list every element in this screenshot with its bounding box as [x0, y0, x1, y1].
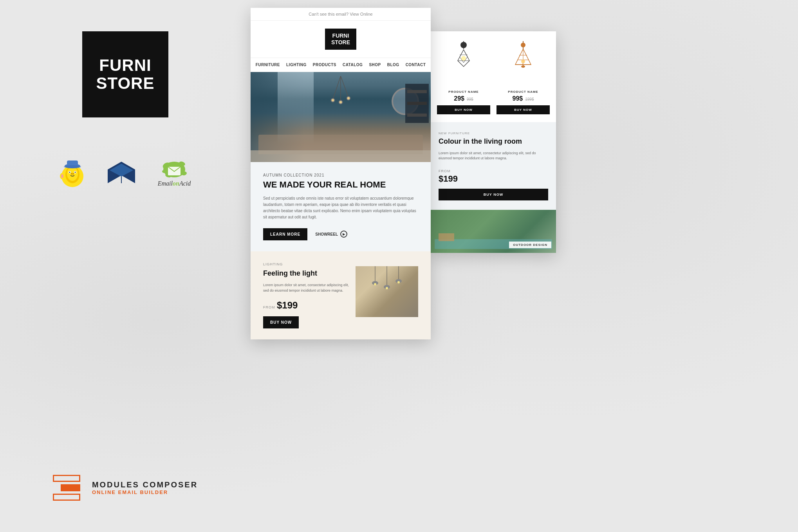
hero-room-image: [251, 72, 431, 162]
product-name-2: PRODUCT NAME: [496, 90, 550, 94]
right-furniture-section: NEW FURNITURE Colour in the living room …: [431, 122, 556, 210]
email-logo-header: FURNI STORE: [251, 21, 431, 58]
product-price-2: 99$: [513, 95, 523, 102]
feature-image: [356, 266, 418, 317]
svg-line-25: [333, 76, 341, 99]
right-outdoor-section: OUTDOOR DESIGN: [431, 210, 556, 253]
brand-logo: FURNI STORE: [82, 31, 168, 117]
right-price: FROM $199: [439, 167, 548, 184]
email-content-section: AUTUMN COLLECTION 2021 WE MADE YOUR REAL…: [251, 162, 431, 251]
feature-price: FROM $199: [263, 300, 349, 311]
svg-point-44: [460, 42, 467, 48]
buy-button-2[interactable]: BUY NOW: [496, 105, 550, 114]
product-old-price-2: 199$: [525, 97, 534, 101]
right-headline: Colour in the living room: [439, 137, 548, 146]
branding-subtitle: ONLINE EMAIL BUILDER: [92, 489, 198, 495]
email-top-bar: Can't see this email? View Online: [251, 8, 431, 21]
nav-lighting[interactable]: LIGHTING: [286, 63, 307, 67]
svg-point-57: [521, 60, 525, 63]
right-new-tag: NEW FURNITURE: [439, 132, 548, 135]
svg-line-27: [341, 76, 348, 97]
bottom-branding: MODULES COMPOSER ONLINE EMAIL BUILDER: [53, 475, 198, 501]
svg-point-11: [61, 174, 63, 178]
outdoor-label: OUTDOOR DESIGN: [509, 242, 551, 248]
nav-contact[interactable]: CONTACT: [406, 63, 426, 67]
content-headline: WE MADE YOUR REAL HOME: [263, 180, 418, 190]
buy-button-1[interactable]: BUY NOW: [437, 105, 490, 114]
svg-point-31: [332, 99, 334, 101]
content-body: Sed ut perspiciatis unde omnis iste natu…: [263, 195, 418, 220]
content-tag: AUTUMN COLLECTION 2021: [263, 173, 418, 177]
nav-furniture[interactable]: FURNITURE: [256, 63, 280, 67]
mailchimp-icon: [57, 157, 88, 188]
svg-point-51: [521, 43, 525, 47]
nav-shop[interactable]: SHOP: [369, 63, 381, 67]
product-price-row-1: 29$ 99$: [437, 95, 490, 102]
nav-blog[interactable]: BLOG: [387, 63, 399, 67]
svg-point-41: [386, 287, 388, 289]
svg-point-12: [70, 173, 74, 175]
product-card-1: PRODUCT NAME 29$ 99$ BUY NOW: [437, 39, 490, 114]
svg-point-32: [339, 101, 342, 103]
showreel-button[interactable]: SHOWREEL ▶: [315, 231, 347, 238]
nav-products[interactable]: PRODUCTS: [313, 63, 336, 67]
svg-point-23: [162, 170, 167, 173]
email-preview-main: Can't see this email? View Online FURNI …: [251, 8, 431, 339]
svg-point-5: [69, 172, 70, 173]
email-hero: [251, 72, 431, 162]
product-card-2: PRODUCT NAME 99$ 199$ BUY NOW: [496, 39, 550, 114]
left-panel: FURNI STORE: [0, 0, 251, 532]
email-feature-section: LIGHTING Feeling the light Lorem ipsum d…: [251, 251, 431, 339]
svg-point-49: [461, 56, 466, 61]
email-clients-row: EmailonAcid: [57, 157, 194, 188]
product-lamp-1: [437, 39, 490, 86]
play-icon: ▶: [340, 231, 347, 238]
product-name-1: PRODUCT NAME: [437, 90, 490, 94]
product-old-price-1: 99$: [467, 97, 473, 101]
svg-point-33: [347, 97, 350, 99]
modules-icon: [53, 475, 80, 501]
svg-point-14: [73, 173, 74, 174]
svg-point-40: [374, 283, 376, 285]
product-price-row-2: 99$ 199$: [496, 95, 550, 102]
feature-buy-button[interactable]: BUY NOW: [263, 316, 299, 328]
campaign-monitor-icon: [108, 162, 135, 183]
feature-body: Lorem ipsum dolor sit amet, consectetur …: [263, 282, 349, 294]
svg-point-42: [397, 281, 400, 283]
email-logo-small: FURNI STORE: [325, 29, 356, 50]
email-nav: FURNITURE LIGHTING PRODUCTS CATALOG SHOP…: [251, 58, 431, 72]
svg-point-59: [521, 65, 525, 68]
right-buy-button[interactable]: BUY NOW: [439, 189, 548, 200]
nav-catalog[interactable]: CATALOG: [343, 63, 363, 67]
svg-point-13: [71, 173, 72, 174]
learn-more-button[interactable]: LEARN MORE: [263, 228, 307, 240]
branding-title: MODULES COMPOSER: [92, 480, 198, 489]
svg-point-6: [75, 172, 76, 173]
product-lamp-2: [496, 39, 550, 86]
right-body: Lorem ipsum dolor sit amet, consectetur …: [439, 151, 548, 161]
svg-point-9: [64, 165, 81, 168]
email-preview-right: PRODUCT NAME 29$ 99$ BUY NOW: [431, 31, 556, 253]
product-cards: PRODUCT NAME 29$ 99$ BUY NOW: [431, 31, 556, 122]
feature-tag: LIGHTING: [263, 262, 349, 266]
cta-row: LEARN MORE SHOWREEL ▶: [263, 228, 418, 240]
feature-headline: Feeling the light: [263, 269, 349, 278]
email-on-acid-icon: EmailonAcid: [155, 158, 194, 187]
product-price-1: 29$: [454, 95, 464, 102]
